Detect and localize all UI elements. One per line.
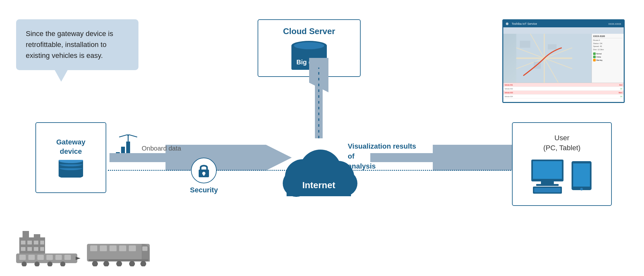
train-1-icon bbox=[16, 225, 80, 266]
svg-rect-45 bbox=[534, 188, 561, 192]
vertical-arrow bbox=[309, 58, 328, 148]
onboard-data-label: Onboard data bbox=[142, 145, 181, 152]
svg-rect-53 bbox=[27, 241, 32, 244]
svg-rect-38 bbox=[548, 44, 556, 50]
svg-line-12 bbox=[128, 134, 137, 137]
visualization-label: Visualization results ofanalysis bbox=[348, 142, 419, 171]
svg-rect-65 bbox=[55, 255, 62, 260]
svg-rect-37 bbox=[520, 41, 530, 48]
speech-bubble: Since the gateway device is retrofittabl… bbox=[16, 19, 138, 70]
svg-rect-75 bbox=[109, 245, 117, 251]
svg-rect-74 bbox=[100, 245, 107, 251]
svg-point-83 bbox=[129, 261, 135, 266]
trains-area bbox=[16, 225, 151, 266]
security-area: Security bbox=[190, 158, 218, 194]
svg-rect-77 bbox=[129, 245, 136, 251]
svg-rect-51 bbox=[34, 234, 40, 241]
thumb-titlebar: Toshiba IoT Service XXXX-XXXX bbox=[503, 20, 624, 27]
svg-marker-71 bbox=[76, 257, 80, 260]
svg-rect-66 bbox=[64, 255, 71, 260]
svg-rect-63 bbox=[37, 255, 44, 260]
svg-rect-56 bbox=[21, 247, 25, 251]
svg-rect-76 bbox=[119, 245, 126, 251]
cloud-server-title: Cloud Server bbox=[283, 26, 335, 36]
svg-line-11 bbox=[119, 134, 128, 137]
svg-rect-41 bbox=[533, 161, 562, 179]
gateway-label: Gateway device bbox=[56, 138, 86, 156]
stack-icon bbox=[58, 160, 84, 178]
svg-rect-57 bbox=[27, 247, 32, 251]
svg-rect-62 bbox=[28, 255, 35, 260]
svg-point-84 bbox=[140, 261, 146, 266]
svg-rect-47 bbox=[573, 163, 590, 187]
svg-rect-73 bbox=[90, 245, 97, 251]
svg-rect-30 bbox=[203, 173, 204, 176]
security-label: Security bbox=[190, 186, 218, 194]
svg-point-82 bbox=[116, 261, 122, 266]
svg-rect-55 bbox=[40, 241, 44, 244]
user-title: User(PC, Tablet) bbox=[543, 133, 581, 153]
svg-point-81 bbox=[103, 261, 109, 266]
svg-rect-79 bbox=[89, 259, 148, 261]
dashboard-screenshot: Toshiba IoT Service XXXX-XXXX bbox=[502, 19, 625, 103]
dotted-flow-line bbox=[108, 170, 533, 171]
svg-rect-58 bbox=[34, 247, 38, 251]
svg-point-13 bbox=[127, 134, 129, 136]
svg-text:Internet: Internet bbox=[302, 180, 336, 190]
svg-rect-52 bbox=[21, 241, 25, 244]
svg-rect-42 bbox=[541, 181, 554, 184]
svg-rect-64 bbox=[46, 255, 53, 260]
svg-point-80 bbox=[92, 261, 98, 266]
svg-rect-50 bbox=[23, 231, 29, 239]
gateway-device-box: Gateway device bbox=[35, 122, 106, 193]
svg-rect-61 bbox=[19, 255, 26, 260]
svg-rect-54 bbox=[34, 241, 38, 244]
svg-rect-43 bbox=[536, 184, 559, 186]
devices-icon bbox=[530, 156, 594, 195]
train-2-icon bbox=[87, 225, 151, 266]
svg-point-48 bbox=[580, 188, 583, 190]
svg-rect-59 bbox=[40, 247, 44, 251]
user-box: User(PC, Tablet) bbox=[512, 122, 612, 206]
svg-rect-78 bbox=[142, 246, 147, 251]
security-icon bbox=[191, 158, 217, 183]
